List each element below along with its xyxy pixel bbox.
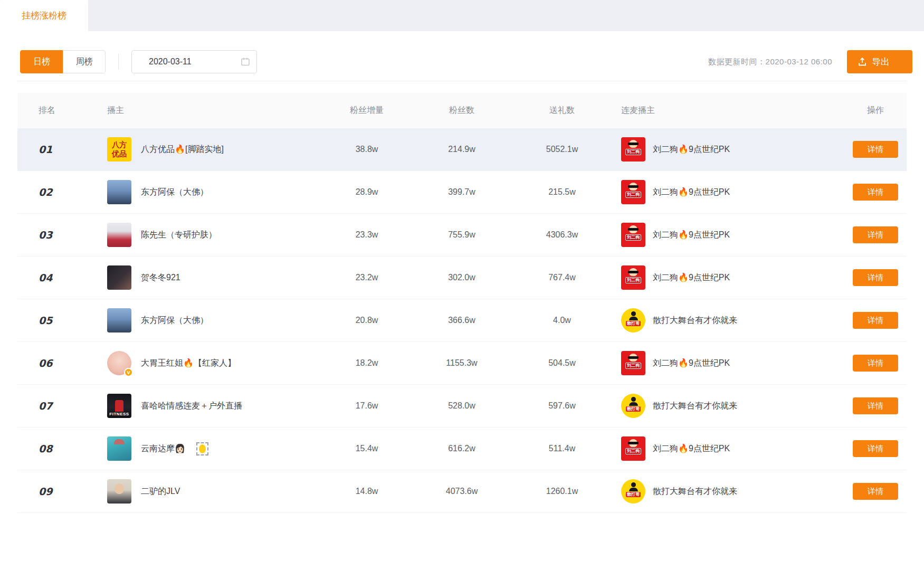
co-streamer-avatar: 散打哥 <box>621 479 645 504</box>
export-button[interactable]: 导出 <box>847 50 912 73</box>
streamer-name: 大胃王红姐🔥【红家人】 <box>141 358 236 369</box>
fans-total-value: 366.6w <box>404 316 520 325</box>
co-streamer-name: 刘二狗🔥9点世纪PK <box>653 187 730 198</box>
calendar-icon <box>241 57 250 66</box>
rank-number: 01 <box>39 144 52 155</box>
date-picker[interactable]: 2020-03-11 <box>131 50 257 73</box>
rank-number: 03 <box>39 229 52 241</box>
detail-button[interactable]: 详情 <box>853 312 898 329</box>
table-row: 06 V 大胃王红姐🔥【红家人】 18.2w 1155.3w 504.5w 刘二… <box>17 342 907 385</box>
rank-number: 06 <box>39 357 52 369</box>
fans-increase-value: 15.4w <box>330 444 404 453</box>
vertical-divider <box>118 54 119 70</box>
detail-button[interactable]: 详情 <box>853 141 898 158</box>
tab-label: 挂榜涨粉榜 <box>22 10 66 22</box>
co-streamer-name: 散打大舞台有才你就来 <box>653 315 737 326</box>
rank-number: 05 <box>39 315 52 326</box>
table-row: 05 东方阿保（大佛） 20.8w 366.6w 4.0w 散打哥 散打大舞台有… <box>17 299 907 342</box>
gifts-value: 5052.1w <box>520 145 604 154</box>
figure-head-icon <box>631 397 636 402</box>
co-streamer-avatar: 刘二狗 <box>621 223 645 247</box>
co-streamer-avatar: 刘二狗 <box>621 351 645 375</box>
figure-body-icon <box>629 488 638 491</box>
update-time: 数据更新时间：2020-03-12 06:00 <box>708 57 832 67</box>
tab-fan-growth-ranking[interactable]: 挂榜涨粉榜 <box>0 0 88 31</box>
figure-head-icon <box>631 311 636 316</box>
co-streamer-name: 刘二狗🔥9点世纪PK <box>653 144 730 155</box>
streamer-name: 八方优品🔥[脚踏实地] <box>141 144 224 155</box>
table-row: 07 FITNESS 喜哈哈情感连麦＋户外直播 17.6w 528.0w 597… <box>17 385 907 428</box>
gifts-value: 504.5w <box>520 358 604 368</box>
co-avatar-text: 刘二狗 <box>625 149 641 155</box>
column-header-streamer: 播主 <box>87 105 330 116</box>
controls-bar: 日榜 周榜 2020-03-11 数据更新时间：2020-03-12 06:00… <box>0 50 924 73</box>
fans-total-value: 399.7w <box>404 187 520 197</box>
sunglasses-face-icon <box>629 439 637 447</box>
weekly-rank-button[interactable]: 周榜 <box>63 50 106 73</box>
gifts-value: 511.4w <box>520 444 604 453</box>
streamer-name: 喜哈哈情感连麦＋户外直播 <box>141 401 242 412</box>
detail-button[interactable]: 详情 <box>853 397 898 414</box>
streamer-name: 东方阿保（大佛） <box>141 187 208 198</box>
tab-strip: 挂榜涨粉榜 <box>0 0 924 31</box>
streamer-avatar <box>107 479 131 504</box>
detail-button[interactable]: 详情 <box>853 226 898 243</box>
sunglasses-face-icon <box>629 354 637 362</box>
detail-button[interactable]: 详情 <box>853 184 898 201</box>
period-toggle: 日榜 周榜 <box>20 50 106 73</box>
column-header-action: 操作 <box>844 105 907 116</box>
streamer-avatar <box>107 180 131 204</box>
update-time-value: 2020-03-12 06:00 <box>766 57 832 66</box>
gifts-value: 4306.3w <box>520 230 604 240</box>
detail-button[interactable]: 详情 <box>853 440 898 457</box>
gifts-value: 767.4w <box>520 273 604 282</box>
daily-rank-button[interactable]: 日榜 <box>20 50 63 73</box>
detail-button[interactable]: 详情 <box>853 269 898 286</box>
fans-total-value: 755.9w <box>404 230 520 240</box>
table-row: 01 八方优品 八方优品🔥[脚踏实地] 38.8w 214.9w 5052.1w… <box>17 128 907 171</box>
co-streamer-name: 刘二狗🔥9点世纪PK <box>653 230 730 241</box>
gifts-value: 597.6w <box>520 401 604 411</box>
detail-button[interactable]: 详情 <box>853 483 898 500</box>
streamer-name: 云南达摩👩🏻 <box>141 443 185 454</box>
table-row: 04 贺冬冬921 23.2w 302.0w 767.4w 刘二狗 刘二狗🔥9点… <box>17 256 907 299</box>
streamer-avatar: FITNESS <box>107 394 131 418</box>
avatar-text: 八方优品 <box>110 140 128 159</box>
avatar-text: FITNESS <box>107 412 131 416</box>
fans-total-value: 616.2w <box>404 444 520 453</box>
co-streamer-avatar: 散打哥 <box>621 394 645 418</box>
streamer-avatar <box>107 223 131 247</box>
rank-number: 07 <box>39 400 52 412</box>
table-row: 09 二驴的JLV 14.8w 4073.6w 1260.1w 散打哥 散打大舞… <box>17 470 907 513</box>
co-avatar-text: 散打哥 <box>626 321 641 326</box>
figure-head-icon <box>631 482 636 487</box>
detail-button[interactable]: 详情 <box>853 355 898 372</box>
table-body: 01 八方优品 八方优品🔥[脚踏实地] 38.8w 214.9w 5052.1w… <box>17 128 907 513</box>
gifts-value: 1260.1w <box>520 487 604 496</box>
table-row: 08 云南达摩👩🏻 15.4w 616.2w 511.4w 刘二狗 刘二狗🔥9点… <box>17 428 907 470</box>
ranking-table: 排名 播主 粉丝增量 粉丝数 送礼数 连麦播主 操作 01 八方优品 八方优品🔥… <box>17 93 907 513</box>
date-value: 2020-03-11 <box>149 57 241 66</box>
sunglasses-face-icon <box>629 183 637 191</box>
fans-increase-value: 28.9w <box>330 187 404 197</box>
co-avatar-text: 刘二狗 <box>625 277 641 283</box>
streamer-avatar: V <box>107 351 131 375</box>
co-avatar-text: 散打哥 <box>626 406 641 412</box>
column-header-co-streamer: 连麦播主 <box>604 105 844 116</box>
fans-increase-value: 23.3w <box>330 230 404 240</box>
sunglasses-face-icon <box>629 140 637 148</box>
sunglasses-face-icon <box>629 225 637 233</box>
fans-increase-value: 20.8w <box>330 316 404 325</box>
fans-increase-value: 38.8w <box>330 145 404 154</box>
column-header-fans-increase: 粉丝增量 <box>330 105 404 116</box>
streamer-avatar <box>107 308 131 332</box>
verified-badge: V <box>124 368 133 377</box>
co-avatar-text: 刘二狗 <box>625 363 641 369</box>
co-streamer-name: 散打大舞台有才你就来 <box>653 401 737 412</box>
fans-increase-value: 17.6w <box>330 401 404 411</box>
streamer-name: 陈先生（专研护肤） <box>141 230 217 241</box>
co-streamer-avatar: 散打哥 <box>621 308 645 332</box>
export-label: 导出 <box>872 56 890 68</box>
co-streamer-name: 刘二狗🔥9点世纪PK <box>653 272 730 283</box>
co-streamer-avatar: 刘二狗 <box>621 265 645 290</box>
